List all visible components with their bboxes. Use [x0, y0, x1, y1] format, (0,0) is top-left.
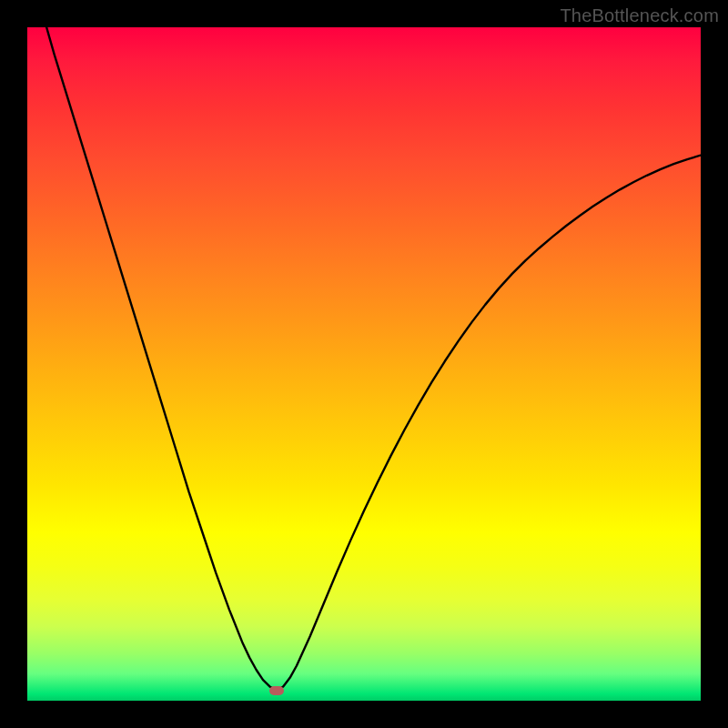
- chart-container: TheBottleneck.com: [0, 0, 728, 728]
- watermark-text: TheBottleneck.com: [560, 5, 719, 26]
- optimum-marker: [269, 686, 284, 695]
- plot-area: [27, 27, 701, 701]
